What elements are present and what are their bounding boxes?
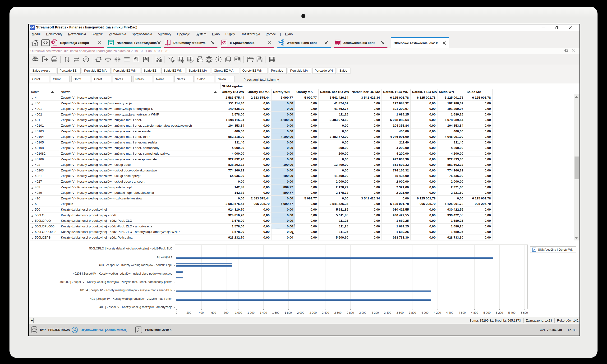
expand-icon[interactable] <box>31 114 33 116</box>
cell-value[interactable]: 0,00 <box>465 184 493 190</box>
cell-value[interactable]: 0,00 <box>465 140 493 145</box>
cell-value[interactable]: 0,00 <box>465 134 493 140</box>
cell-value[interactable]: 75 436,00 <box>382 173 411 179</box>
cell-value[interactable]: 930 422,55 <box>382 207 411 212</box>
cell-value[interactable]: 922 833,30 <box>438 156 465 162</box>
cell-value[interactable]: 6 125 001,78 <box>438 201 465 207</box>
cell-value[interactable]: 0,00 <box>319 123 350 129</box>
cell-value[interactable]: 930 422,55 <box>382 212 411 218</box>
cell-value[interactable]: 0,00 <box>246 134 271 140</box>
cell-value[interactable]: 4 000,00 <box>220 151 246 156</box>
cell-value[interactable]: 1 689,25 <box>382 224 411 229</box>
cell-value[interactable]: 0,00 <box>350 101 382 106</box>
table-row[interactable]: 490Zespół IV - Koszty według rodzajów - … <box>29 196 574 201</box>
tab-close-icon[interactable] <box>324 40 328 45</box>
cell-value[interactable]: 0,00 <box>246 106 271 112</box>
cell-value[interactable]: 3 541 426,34 <box>319 201 350 207</box>
cell-value[interactable]: 0,00 <box>295 218 319 224</box>
cell-value[interactable]: 0,00 <box>411 123 438 129</box>
cell-value[interactable]: 0,00 <box>411 129 438 134</box>
column-chip-9[interactable]: Saldo ... <box>195 76 214 82</box>
expand-icon[interactable] <box>31 119 33 121</box>
table-row[interactable]: 401082Zespół IV - Koszty według rodzajów… <box>29 151 574 156</box>
cell-value[interactable]: 851 602,32 <box>438 162 465 168</box>
cell-value[interactable]: 6 125 001,78 <box>411 196 438 201</box>
cell-value[interactable]: 0,00 <box>295 101 319 106</box>
table-row[interactable]: 4027Zespół IV - Koszty według rodzajów -… <box>29 179 574 184</box>
cell-value[interactable]: 0,00 <box>295 129 319 134</box>
home-tab-button[interactable] <box>30 39 39 47</box>
cell-value[interactable]: 928 733,30 <box>382 235 411 240</box>
cell-value[interactable]: 930 422,55 <box>438 207 465 212</box>
cell-value[interactable]: 0,00 <box>246 112 271 117</box>
menu-item-sprawozdania[interactable]: Sprawozdania <box>129 32 155 36</box>
sort-icon[interactable] <box>63 56 71 63</box>
swap-icon[interactable] <box>73 56 80 63</box>
cell-value[interactable]: 5 078 089,54 <box>382 117 411 123</box>
menu-item-rozszerzenia[interactable]: Rozszerzenia <box>238 32 263 36</box>
cell-konto[interactable]: 5 <box>30 201 59 207</box>
cell-value[interactable]: 0,00 <box>246 224 271 229</box>
tab-close-icon[interactable] <box>381 40 385 45</box>
refresh-icon[interactable] <box>95 56 102 63</box>
cell-nazwa[interactable]: Zespół IV - Koszty według rodzajów - zuż… <box>59 156 220 162</box>
tab-close-icon[interactable] <box>97 40 102 45</box>
column-chip-6[interactable]: Naras... <box>133 76 152 82</box>
cell-nazwa[interactable]: Zespół IV - Koszty według rodzajów <box>59 95 220 101</box>
cell-value[interactable]: 0,00 <box>465 229 493 235</box>
tab-3[interactable]: Dokumenty źródłowe <box>164 37 218 48</box>
cell-value[interactable]: 0,00 <box>271 151 295 156</box>
cell-value[interactable]: 0,00 <box>295 212 319 218</box>
cell-value[interactable]: 922 833,30 <box>382 156 411 162</box>
cell-value[interactable]: 0,00 <box>295 201 319 207</box>
cell-value[interactable]: 0,00 <box>350 201 382 207</box>
cell-value[interactable]: 1 689,25 <box>438 112 465 117</box>
cell-value[interactable]: 400,00 <box>382 129 411 134</box>
cell-nazwa[interactable]: Koszty działalności produkcyjnej - Łódź-… <box>59 224 220 229</box>
fit-height-icon[interactable] <box>104 56 112 63</box>
cell-value[interactable]: 838 202,32 <box>220 162 246 168</box>
cell-value[interactable]: 924 810,70 <box>220 212 246 218</box>
column-header[interactable]: Obroty BO WN <box>220 89 246 95</box>
cell-value[interactable]: 0,00 <box>246 129 271 134</box>
tab-close-icon[interactable] <box>211 40 215 45</box>
cell-konto[interactable]: 401 <box>30 117 59 123</box>
cell-value[interactable]: 0,00 <box>465 173 493 179</box>
cell-value[interactable]: 0,00 <box>246 190 271 196</box>
table-row[interactable]: 500LOPLOKoszty działalności produkcyjnej… <box>29 218 574 224</box>
expand-icon[interactable] <box>31 175 33 177</box>
column-chip-7[interactable]: Naras... <box>154 76 173 82</box>
pin-icon[interactable] <box>564 49 568 53</box>
cell-konto[interactable]: 500 <box>30 207 59 212</box>
cell-nazwa[interactable]: Zespół IV - Koszty według rodzajów - zuż… <box>59 129 220 134</box>
cell-value[interactable]: 5 099,77 <box>295 95 319 101</box>
cell-value[interactable]: 0,00 <box>295 162 319 168</box>
cell-value[interactable]: 0,00 <box>350 140 382 145</box>
cell-value[interactable]: 6 125 001,78 <box>382 95 411 101</box>
cell-value[interactable]: 400,00 <box>220 129 246 134</box>
cell-value[interactable]: 0,00 <box>246 184 271 190</box>
cell-value[interactable]: 0,00 <box>350 218 382 224</box>
table-row[interactable]: 40103Zespół IV - Koszty według rodzajów … <box>29 129 574 134</box>
expand-icon[interactable] <box>31 187 33 189</box>
cell-nazwa[interactable]: Zespół IV - Koszty według rodzajów - zuż… <box>59 151 220 156</box>
column-header-nazwa[interactable]: Nazwa <box>59 89 220 95</box>
cell-nazwa[interactable]: Koszty działalności produkcyjnej - Łódź-… <box>59 218 220 224</box>
cell-nazwa[interactable]: Zespół IV - Koszty według rodzajów - amo… <box>59 106 220 112</box>
cell-value[interactable]: 104 353,84 <box>438 123 465 129</box>
cell-nazwa[interactable]: Koszty działalności produkcyjnej - Łódź-… <box>59 235 220 240</box>
cell-value[interactable]: 0,00 <box>295 207 319 212</box>
filter-chip-7[interactable]: Saldo BZ MA <box>187 68 210 74</box>
cell-value[interactable]: 0,00 <box>465 162 493 168</box>
cell-value[interactable]: 0,00 <box>350 129 382 134</box>
table-row[interactable]: 402Zespół IV - Koszty według rodzajów - … <box>29 162 574 168</box>
cell-value[interactable]: 0,00 <box>271 123 295 129</box>
chart-bar[interactable] <box>176 257 493 259</box>
cell-value[interactable]: 851 602,32 <box>382 162 411 168</box>
table-row[interactable]: 500LOKoszty działalności produkcyjnej - … <box>29 212 574 218</box>
cell-value[interactable]: 0,00 <box>411 117 438 123</box>
cell-value[interactable]: 0,00 <box>246 162 271 168</box>
cell-value[interactable]: 0,00 <box>295 106 319 112</box>
cell-value[interactable]: 0,00 <box>350 117 382 123</box>
cell-value[interactable]: 149 536,30 <box>220 106 246 112</box>
